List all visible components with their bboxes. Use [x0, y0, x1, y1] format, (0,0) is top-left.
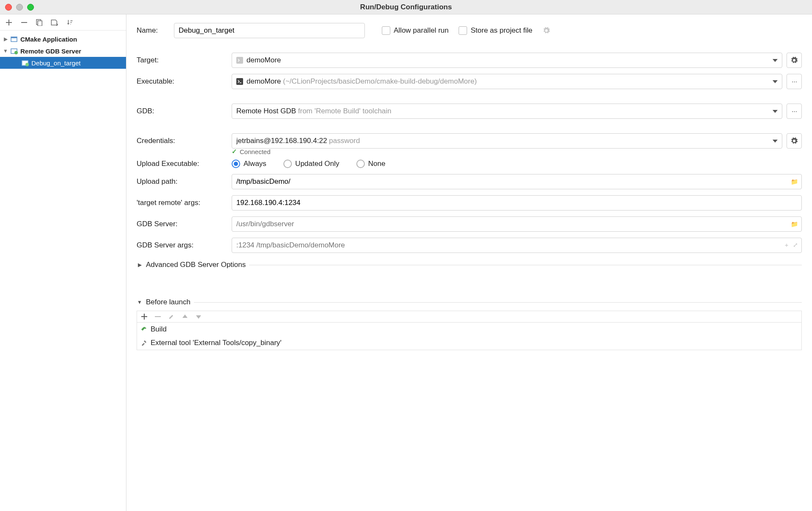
- list-item[interactable]: Build: [137, 323, 801, 336]
- move-up-icon[interactable]: [182, 314, 188, 319]
- gdb-value: Remote Host GDB from 'Remote Build' tool…: [236, 107, 769, 115]
- target-remote-input[interactable]: [232, 195, 802, 211]
- folder-icon[interactable]: 📁: [791, 221, 798, 227]
- checkbox-icon: [382, 26, 390, 35]
- remove-task-icon[interactable]: [155, 314, 161, 320]
- upload-updated-radio[interactable]: Updated Only: [283, 160, 339, 168]
- allow-parallel-label: Allow parallel run: [394, 26, 448, 35]
- target-settings-button[interactable]: [787, 53, 802, 68]
- before-launch-header[interactable]: ▼ Before launch: [137, 298, 802, 306]
- before-launch-label: Before launch: [146, 298, 190, 306]
- executable-label: Executable:: [137, 77, 232, 86]
- chevron-down-icon: [773, 140, 778, 143]
- config-form: Name: Allow parallel run Store as projec…: [126, 14, 812, 511]
- credentials-value: jetrbains@192.168.190.4:22 password: [236, 137, 769, 145]
- svg-rect-2: [38, 21, 42, 26]
- target-combo[interactable]: demoMore: [232, 53, 782, 68]
- target-exec-icon: [236, 57, 243, 64]
- tree-label: Remote GDB Server: [20, 48, 81, 55]
- gear-icon[interactable]: [543, 27, 550, 34]
- add-config-icon[interactable]: [5, 19, 13, 26]
- svg-point-8: [25, 63, 29, 66]
- plus-icon[interactable]: ＋: [784, 241, 790, 249]
- chevron-down-icon: [773, 80, 778, 83]
- upload-path-input[interactable]: 📁: [232, 174, 802, 189]
- hammer-icon: [140, 326, 147, 333]
- gdb-label: GDB:: [137, 107, 232, 115]
- tree-node-cmake-application[interactable]: ▶ CMake Application: [0, 33, 126, 45]
- tree-node-remote-gdb-server[interactable]: ▼ Remote GDB Server: [0, 45, 126, 57]
- remote-gdb-icon: [21, 59, 30, 67]
- name-input[interactable]: [174, 23, 365, 38]
- terminal-icon: [236, 78, 243, 85]
- sort-icon[interactable]: [66, 19, 74, 26]
- before-launch-toolbar: [137, 311, 802, 322]
- target-value: demoMore: [246, 56, 769, 65]
- svg-point-6: [14, 51, 18, 54]
- app-icon: [10, 35, 19, 43]
- chevron-down-icon: [773, 59, 778, 62]
- checkbox-icon: [459, 26, 467, 35]
- radio-icon: [283, 160, 292, 168]
- svg-rect-4: [11, 37, 17, 38]
- executable-combo[interactable]: demoMore (~/CLionProjects/basicDemo/cmak…: [232, 74, 782, 89]
- chevron-right-icon: ▶: [137, 262, 143, 268]
- remove-config-icon[interactable]: [20, 19, 28, 26]
- save-template-icon[interactable]: [51, 19, 59, 26]
- target-label: Target:: [137, 56, 232, 65]
- allow-parallel-checkbox[interactable]: Allow parallel run: [382, 26, 448, 35]
- add-task-icon[interactable]: [141, 314, 147, 320]
- svg-rect-0: [21, 22, 27, 23]
- upload-none-radio[interactable]: None: [356, 160, 386, 168]
- tools-icon: [140, 340, 147, 346]
- list-item[interactable]: External tool 'External Tools/copy_binar…: [137, 336, 801, 350]
- executable-browse-button[interactable]: ⋯: [787, 74, 802, 89]
- task-label: Build: [151, 325, 167, 334]
- svg-rect-11: [155, 316, 161, 317]
- credentials-label: Credentials:: [137, 137, 232, 145]
- name-input-field[interactable]: [179, 26, 360, 35]
- gdb-server-args-label: GDB Server args:: [137, 241, 232, 250]
- gdb-server-args-input[interactable]: ＋ ⤢: [232, 238, 802, 253]
- chevron-down-icon: ▼: [137, 299, 143, 305]
- tree-label: Debug_on_target: [31, 59, 81, 67]
- remote-gdb-icon: [10, 47, 19, 55]
- sidebar-toolbar: [0, 14, 126, 31]
- config-sidebar: ▶ CMake Application ▼ Remote GDB Server …: [0, 14, 126, 511]
- folder-icon[interactable]: 📁: [791, 178, 798, 185]
- chevron-down-icon: ▼: [3, 48, 8, 54]
- upload-always-radio[interactable]: Always: [232, 160, 266, 168]
- tree-node-debug-on-target[interactable]: Debug_on_target: [0, 57, 126, 69]
- advanced-section-header[interactable]: ▶ Advanced GDB Server Options: [137, 261, 802, 269]
- connected-label: Connected: [240, 148, 271, 155]
- gdb-server-label: GDB Server:: [137, 220, 232, 228]
- radio-icon: [232, 160, 240, 168]
- check-icon: ✓: [232, 148, 237, 155]
- before-launch-list: Build External tool 'External Tools/copy…: [137, 322, 802, 350]
- target-remote-label: 'target remote' args:: [137, 199, 232, 207]
- config-tree: ▶ CMake Application ▼ Remote GDB Server …: [0, 31, 126, 511]
- upload-path-label: Upload path:: [137, 177, 232, 186]
- advanced-section-label: Advanced GDB Server Options: [146, 261, 246, 269]
- gdb-browse-button[interactable]: ⋯: [787, 104, 802, 119]
- expand-icon[interactable]: ⤢: [793, 241, 798, 249]
- copy-config-icon[interactable]: [36, 19, 43, 26]
- window-title: Run/Debug Configurations: [0, 3, 812, 11]
- store-project-label: Store as project file: [470, 26, 532, 35]
- radio-icon: [356, 160, 365, 168]
- titlebar: Run/Debug Configurations: [0, 0, 812, 14]
- name-label: Name:: [137, 26, 174, 35]
- task-label: External tool 'External Tools/copy_binar…: [151, 339, 282, 347]
- chevron-down-icon: [773, 110, 778, 113]
- credentials-combo[interactable]: jetrbains@192.168.190.4:22 password: [232, 133, 782, 149]
- upload-exec-label: Upload Executable:: [137, 160, 232, 168]
- tree-label: CMake Application: [20, 36, 77, 43]
- store-project-checkbox[interactable]: Store as project file: [459, 26, 532, 35]
- credentials-settings-button[interactable]: [787, 133, 802, 149]
- move-down-icon[interactable]: [196, 314, 202, 319]
- chevron-right-icon: ▶: [3, 36, 8, 42]
- gdb-combo[interactable]: Remote Host GDB from 'Remote Build' tool…: [232, 104, 782, 119]
- gdb-server-input[interactable]: 📁: [232, 216, 802, 232]
- executable-value: demoMore (~/CLionProjects/basicDemo/cmak…: [246, 77, 769, 86]
- edit-task-icon[interactable]: [168, 314, 174, 320]
